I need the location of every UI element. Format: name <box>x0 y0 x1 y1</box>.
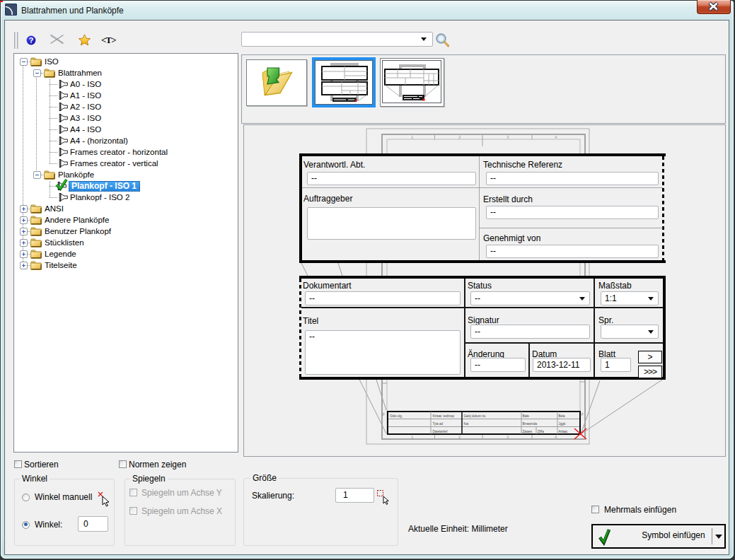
svg-text:Arlaac: Arlaac <box>559 430 569 433</box>
svg-text:4: 4 <box>555 435 557 439</box>
svg-text:Zataes: Zataes <box>523 430 533 433</box>
svg-text:Galcj dokum itu: Galcj dokum itu <box>464 414 487 418</box>
svg-text:Bela: Bela <box>559 414 566 418</box>
svg-text:Datelanleil: Datelanleil <box>433 430 448 433</box>
svg-text:1: 1 <box>411 135 414 139</box>
svg-text:F: F <box>383 412 386 416</box>
svg-text:2: 2 <box>458 435 461 439</box>
svg-text:1: 1 <box>411 435 414 439</box>
svg-text:Jggk:: Jggk: <box>559 422 567 426</box>
svg-text:3: 3 <box>507 435 509 439</box>
svg-text:4: 4 <box>555 135 557 139</box>
svg-text:2: 2 <box>458 135 461 139</box>
svg-text:?: ? <box>29 36 34 45</box>
svg-text:Odst olg.: Odst olg. <box>390 414 403 418</box>
svg-text:F: F <box>581 412 584 416</box>
svg-text:Tyla ad: Tyla ad <box>433 422 444 426</box>
svg-text:Kat: Kat <box>464 422 470 426</box>
svg-text:3: 3 <box>507 135 509 139</box>
svg-text:Brrawmda: Brrawmda <box>523 422 538 426</box>
svg-text:DRa: DRa <box>538 430 544 433</box>
svg-text:Kirwat: tedricay: Kirwat: tedricay <box>433 414 456 418</box>
svg-text:Bala: Bala <box>523 414 530 418</box>
